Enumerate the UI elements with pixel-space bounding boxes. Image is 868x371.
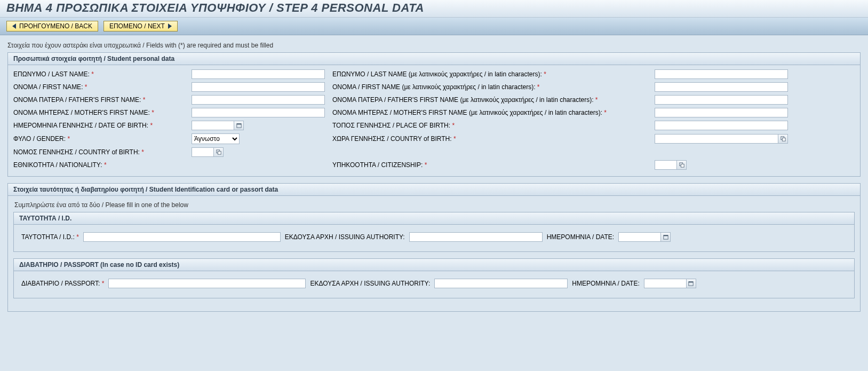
last-name-latin-input[interactable] [655,69,788,79]
citizenship-input[interactable] [655,160,677,170]
toolbar: ΠΡΟΗΓΟΥΜΕΝΟ / BACK ΕΠΟΜΕΝΟ / NEXT [0,18,868,35]
dob-input[interactable] [192,121,234,130]
label-country-of-birth-right: ΧΩΡΑ ΓΕΝΝΗΣΗΣ / COUNTRY of BIRTH: * [332,135,652,143]
label-passport-issuing-authority: ΕΚΔΟΥΣΑ ΑΡΧΗ / ISSUING AUTHORITY: [310,280,430,287]
label-mother-name: ΟΝΟΜΑ ΜΗΤΕΡΑΣ / MOTHER'S FIRST NAME: * [13,109,189,116]
id-issuing-authority-input[interactable] [409,232,543,242]
svg-rect-9 [663,235,667,236]
mother-name-latin-input[interactable] [655,108,788,117]
label-first-name: ΟΝΟΜΑ / FIRST NAME: * [13,83,189,91]
label-first-name-latin: ΟΝΟΜΑ / FIRST NAME (με λατινικούς χαρακτ… [332,83,652,91]
label-dob: ΗΜΕΡΟΜΗΝΙΑ ΓΕΝΝΗΣΗΣ / DATE OF BIRTH: * [13,122,189,129]
first-name-input[interactable] [192,82,325,92]
label-id: ΤΑΥΤΟΤΗΤΑ / I.D.: * [21,233,79,241]
mother-name-input[interactable] [192,108,325,117]
back-button[interactable]: ΠΡΟΗΓΟΥΜΕΝΟ / BACK [6,21,98,31]
svg-rect-7 [681,164,684,167]
date-picker-icon[interactable] [661,232,671,242]
id-date-input[interactable] [618,232,661,242]
label-id-date: ΗΜΕΡΟΜΗΝΙΑ / DATE: [547,233,614,241]
group-id-card-title: ΤΑΥΤΟΤΗΤΑ / I.D. [14,212,854,225]
value-help-icon[interactable] [677,160,687,170]
id-input[interactable] [83,232,281,242]
group-id-title: Στοιχεία ταυτότητας ή διαβατηρίου φοιτητ… [8,184,860,196]
label-passport: ΔΙΑΒΑΤΗΡΙΟ / PASSPORT: * [21,280,104,287]
last-name-input[interactable] [192,69,325,79]
label-last-name-latin: ΕΠΩΝΥΜΟ / LAST NAME (με λατινικούς χαρακ… [332,70,652,78]
svg-rect-5 [218,151,221,154]
value-help-icon[interactable] [214,147,224,157]
page-title: ΒΗΜΑ 4 ΠΡΟΣΩΠΙΚΑ ΣΤΟΙΧΕΙΑ ΥΠΟΨΗΦΙΟΥ / ST… [6,1,862,15]
passport-date-input[interactable] [644,279,687,288]
label-place-of-birth: ΤΟΠΟΣ ΓΕΝΝΗΣΗΣ / PLACE OF BIRTH: * [332,122,652,129]
passport-input[interactable] [108,279,306,288]
label-country-of-birth-left: ΝΟΜΟΣ ΓΕΝΝΗΣΗΣ / COUNTRY of BIRTH: * [13,148,189,156]
date-picker-icon[interactable] [234,121,244,130]
group-personal-title: Προσωπικά στοιχεία φοιτητή / Student per… [8,53,860,65]
gender-select[interactable]: Άγνωστο [192,133,240,144]
label-gender: ΦΥΛΟ / GENDER: * [13,135,189,143]
back-button-label: ΠΡΟΗΓΟΥΜΕΝΟ / BACK [19,22,92,30]
required-fields-note: Στοιχεία που έχουν αστεράκι είναι υποχρε… [7,42,861,49]
arrow-right-icon [168,23,172,29]
svg-rect-3 [782,138,785,141]
father-name-latin-input[interactable] [655,95,788,105]
group-id-passport: Στοιχεία ταυτότητας ή διαβατηρίου φοιτητ… [7,183,861,312]
label-nationality: ΕΘΝΙΚΟΤΗΤΑ / NATIONALITY: * [13,161,189,169]
id-instructions-note: Συμπληρώστε ένα από τα δύο / Please fill… [14,201,855,209]
arrow-left-icon [12,23,16,29]
page-title-bar: ΒΗΜΑ 4 ΠΡΟΣΩΠΙΚΑ ΣΤΟΙΧΕΙΑ ΥΠΟΨΗΦΙΟΥ / ST… [0,0,868,18]
first-name-latin-input[interactable] [655,82,788,92]
country-of-birth-left-input[interactable] [192,147,214,157]
svg-rect-1 [236,124,241,125]
father-name-input[interactable] [192,95,325,105]
content-area: Στοιχεία που έχουν αστεράκι είναι υποχρε… [0,35,868,329]
place-of-birth-input[interactable] [655,121,788,130]
label-passport-date: ΗΜΕΡΟΜΗΝΙΑ / DATE: [572,280,639,287]
group-passport-title: ΔΙΑΒΑΤΗΡΙΟ / PASSPORT (In case no ID car… [14,259,854,271]
next-button-label: ΕΠΟΜΕΝΟ / NEXT [109,22,165,30]
date-picker-icon[interactable] [687,279,696,288]
group-personal-data: Προσωπικά στοιχεία φοιτητή / Student per… [7,52,861,177]
group-id-card: ΤΑΥΤΟΤΗΤΑ / I.D. ΤΑΥΤΟΤΗΤΑ / I.D.: * ΕΚΔ… [13,212,855,252]
label-id-issuing-authority: ΕΚΔΟΥΣΑ ΑΡΧΗ / ISSUING AUTHORITY: [285,233,405,241]
next-button[interactable]: ΕΠΟΜΕΝΟ / NEXT [103,21,178,31]
group-passport: ΔΙΑΒΑΤΗΡΙΟ / PASSPORT (In case no ID car… [13,258,855,298]
label-father-name-latin: ΟΝΟΜΑ ΠΑΤΕΡΑ / FATHER'S FIRST NAME (με λ… [332,96,652,104]
label-citizenship: ΥΠΗΚΟΟΤΗΤΑ / CITIZENSHIP: * [332,161,652,169]
country-of-birth-right-input[interactable] [655,134,778,144]
label-last-name: ΕΠΩΝΥΜΟ / LAST NAME: * [13,70,189,78]
value-help-icon[interactable] [778,134,788,144]
label-father-name: ΟΝΟΜΑ ΠΑΤΕΡΑ / FATHER'S FIRST NAME: * [13,96,189,104]
passport-issuing-authority-input[interactable] [434,279,568,288]
svg-rect-11 [689,282,693,283]
label-mother-name-latin: ΟΝΟΜΑ ΜΗΤΕΡΑΣ / MOTHER'S FIRST NAME (με … [332,109,652,116]
